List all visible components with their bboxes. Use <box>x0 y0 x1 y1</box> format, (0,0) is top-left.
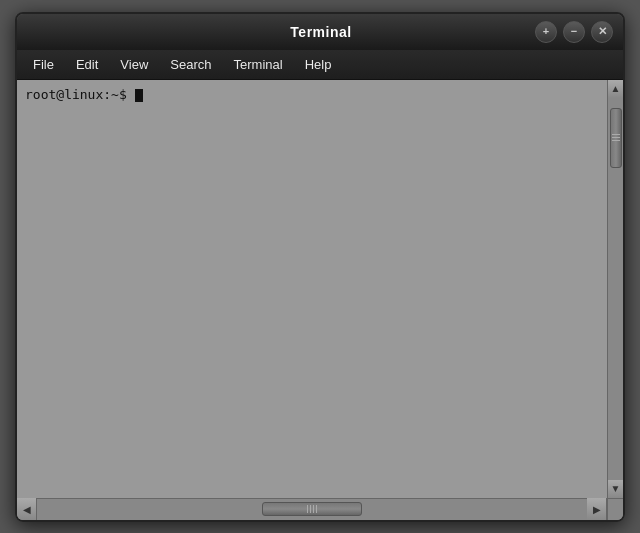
vertical-scrollbar: ▲ ▼ <box>607 80 623 498</box>
grip-line-3 <box>612 140 620 141</box>
scroll-thumb-vertical[interactable] <box>610 108 622 168</box>
close-button[interactable]: ✕ <box>591 21 613 43</box>
h-grip-1 <box>307 505 308 513</box>
scroll-track-horizontal[interactable] <box>37 499 587 520</box>
menu-search[interactable]: Search <box>160 54 221 75</box>
terminal-area[interactable]: root@linux:~$ <box>17 80 607 498</box>
terminal-window: Terminal + − ✕ File Edit View Search Ter… <box>15 12 625 522</box>
grip-line-1 <box>612 134 620 135</box>
grip-lines-horizontal-icon <box>307 505 317 513</box>
scroll-down-button[interactable]: ▼ <box>608 480 624 498</box>
minimize-button[interactable]: − <box>563 21 585 43</box>
menu-view[interactable]: View <box>110 54 158 75</box>
horizontal-scrollbar: ◀ ▶ <box>17 498 623 520</box>
scroll-thumb-horizontal[interactable] <box>262 502 362 516</box>
title-bar: Terminal + − ✕ <box>17 14 623 50</box>
scroll-left-button[interactable]: ◀ <box>17 498 37 520</box>
grip-lines-icon <box>612 134 620 141</box>
scroll-right-button[interactable]: ▶ <box>587 498 607 520</box>
h-grip-3 <box>313 505 314 513</box>
menu-file[interactable]: File <box>23 54 64 75</box>
cursor <box>135 89 143 102</box>
h-grip-4 <box>316 505 317 513</box>
scroll-up-button[interactable]: ▲ <box>608 80 624 98</box>
menu-help[interactable]: Help <box>295 54 342 75</box>
window-controls: + − ✕ <box>535 21 613 43</box>
menu-terminal[interactable]: Terminal <box>224 54 293 75</box>
scroll-track-vertical[interactable] <box>608 98 623 480</box>
window-title: Terminal <box>107 24 535 40</box>
content-area: root@linux:~$ ▲ ▼ <box>17 80 623 498</box>
scrollbar-corner <box>607 498 623 520</box>
h-grip-2 <box>310 505 311 513</box>
menu-edit[interactable]: Edit <box>66 54 108 75</box>
grip-line-2 <box>612 137 620 138</box>
terminal-prompt: root@linux:~$ <box>25 86 599 104</box>
menu-bar: File Edit View Search Terminal Help <box>17 50 623 80</box>
add-button[interactable]: + <box>535 21 557 43</box>
prompt-text: root@linux:~$ <box>25 87 127 102</box>
